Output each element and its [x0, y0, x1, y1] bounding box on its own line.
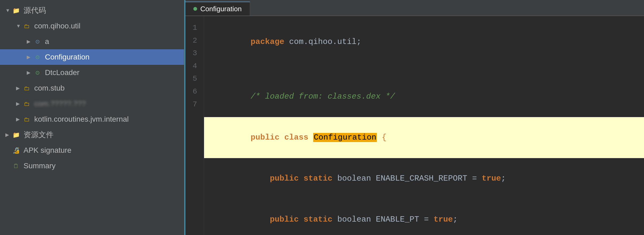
code-line-5: public static boolean ENABLE_CRASH_REPOR… — [212, 158, 636, 199]
bottom-items: 📁 资源文件 🔏 APK signature 🗒 Summary — [0, 127, 184, 179]
value-true-6: true — [434, 215, 453, 224]
semi-5: ; — [501, 174, 506, 183]
tree-item-configuration[interactable]: ⊙ Configuration — [0, 49, 184, 65]
line-num-5: 5 — [185, 72, 200, 85]
class-icon-dtcloader: ⊙ — [33, 68, 42, 77]
kw-public-5: public — [270, 174, 299, 183]
code-line-4: public class Configuration { — [204, 117, 644, 158]
folder-src-icon-resources: 📁 — [11, 130, 21, 140]
folder-icon-blurred: 🗀 — [22, 99, 32, 109]
folder-icon-stub: 🗀 — [22, 83, 32, 93]
arrow-configuration — [27, 54, 33, 61]
code-content[interactable]: package com.qihoo.util; /* loaded from: … — [204, 16, 644, 235]
arrow-a — [27, 38, 33, 45]
code-line-1: package com.qihoo.util; — [212, 21, 636, 62]
tree-item-dtcloader[interactable]: ⊙ DtcLoader — [0, 65, 184, 80]
tree-item-com-stub[interactable]: 🗀 com.stub — [0, 80, 184, 96]
plain-1: com.qihoo.util; — [284, 37, 361, 46]
com-blurred-label: com.?????.??? — [34, 98, 86, 109]
dtcloader-label: DtcLoader — [45, 67, 79, 78]
arrow-source-root — [5, 7, 11, 14]
kw-static-5: static — [304, 174, 332, 183]
a-label: a — [45, 36, 49, 47]
arrow-dtcloader — [27, 69, 33, 76]
folder-src-icon: 📁 — [11, 6, 21, 15]
class-icon-configuration: ⊙ — [33, 52, 42, 62]
space-4b — [308, 133, 313, 142]
field-name-6: ENABLE_PT = — [371, 215, 434, 224]
tree-item-kotlin-internal[interactable]: 🗀 kotlin.coroutines.jvm.internal — [0, 111, 184, 127]
space-5b — [332, 174, 337, 183]
field-name-5: ENABLE_CRASH_REPORT = — [371, 174, 482, 183]
class-name-highlighted: Configuration — [313, 133, 377, 142]
tab-label: Configuration — [200, 5, 242, 13]
kw-public-4: public — [251, 133, 279, 142]
file-tree: 📁 源代码 🗀 com.qihoo.util ⊙ a ⊙ Configurati… — [0, 0, 184, 235]
kw-public-6: public — [270, 215, 299, 224]
space-4a — [279, 133, 284, 142]
class-icon-a: ⊙ — [33, 37, 42, 46]
space-6a — [299, 215, 304, 224]
arrow-com-stub — [16, 85, 22, 92]
tree-item-summary[interactable]: 🗒 Summary — [0, 158, 184, 174]
arrow-com-blurred — [16, 100, 22, 107]
arrow-resources — [5, 131, 11, 139]
folder-icon-qihoo: 🗀 — [22, 21, 32, 31]
configuration-label: Configuration — [45, 51, 90, 63]
tree-item-a[interactable]: ⊙ a — [0, 34, 184, 49]
comment-loaded: /* loaded from: classes.dex */ — [251, 92, 395, 101]
tree-item-com-blurred[interactable]: 🗀 com.?????.??? — [0, 96, 184, 111]
kw-package: package — [251, 37, 284, 46]
value-true-5: true — [482, 174, 501, 183]
summary-icon: 🗒 — [11, 161, 21, 171]
line-num-1: 1 — [185, 21, 200, 34]
line-num-6: 6 — [185, 85, 200, 98]
tree-item-com-qihoo-util[interactable]: 🗀 com.qihoo.util — [0, 18, 184, 34]
line-num-2: 2 — [185, 34, 200, 47]
tree-item-apk-signature[interactable]: 🔏 APK signature — [0, 143, 184, 158]
indent-5 — [251, 174, 270, 183]
space-6b — [332, 215, 337, 224]
right-panel: Configuration 1 2 3 4 5 6 7 package com.… — [185, 0, 644, 235]
line-num-3: 3 — [185, 47, 200, 60]
apk-icon: 🔏 — [11, 146, 21, 155]
tree-item-resources[interactable]: 📁 资源文件 — [0, 127, 184, 143]
tab-dot — [193, 7, 197, 11]
com-stub-label: com.stub — [34, 83, 65, 94]
resources-label: 资源文件 — [24, 129, 53, 140]
line-numbers: 1 2 3 4 5 6 7 — [185, 16, 204, 235]
kw-class: class — [284, 133, 308, 142]
type-boolean-6: boolean — [337, 215, 371, 224]
code-line-3: /* loaded from: classes.dex */ — [212, 76, 636, 117]
tree-item-source-root[interactable]: 📁 源代码 — [0, 3, 184, 18]
indent-6 — [251, 215, 270, 224]
type-boolean-5: boolean — [337, 174, 371, 183]
line-num-4: 4 — [185, 60, 200, 73]
folder-icon-kotlin: 🗀 — [22, 114, 32, 124]
code-line-2 — [212, 62, 636, 76]
com-qihoo-util-label: com.qihoo.util — [34, 20, 80, 32]
arrow-com-qihoo — [16, 23, 22, 30]
space-5a — [299, 174, 304, 183]
code-line-6: public static boolean ENABLE_PT = true; — [212, 199, 636, 235]
brace-open: { — [377, 133, 386, 142]
kotlin-internal-label: kotlin.coroutines.jvm.internal — [34, 114, 129, 125]
apk-signature-label: APK signature — [24, 145, 71, 156]
kw-static-6: static — [304, 215, 332, 224]
arrow-kotlin-internal — [16, 116, 22, 123]
code-editor: 1 2 3 4 5 6 7 package com.qihoo.util; /*… — [185, 16, 644, 235]
semi-6: ; — [453, 215, 458, 224]
line-num-7: 7 — [185, 98, 200, 111]
source-root-label: 源代码 — [24, 5, 46, 16]
tab-configuration[interactable]: Configuration — [185, 2, 250, 16]
left-panel: 📁 源代码 🗀 com.qihoo.util ⊙ a ⊙ Configurati… — [0, 0, 185, 235]
summary-label: Summary — [24, 160, 56, 171]
tab-bar: Configuration — [185, 0, 644, 16]
